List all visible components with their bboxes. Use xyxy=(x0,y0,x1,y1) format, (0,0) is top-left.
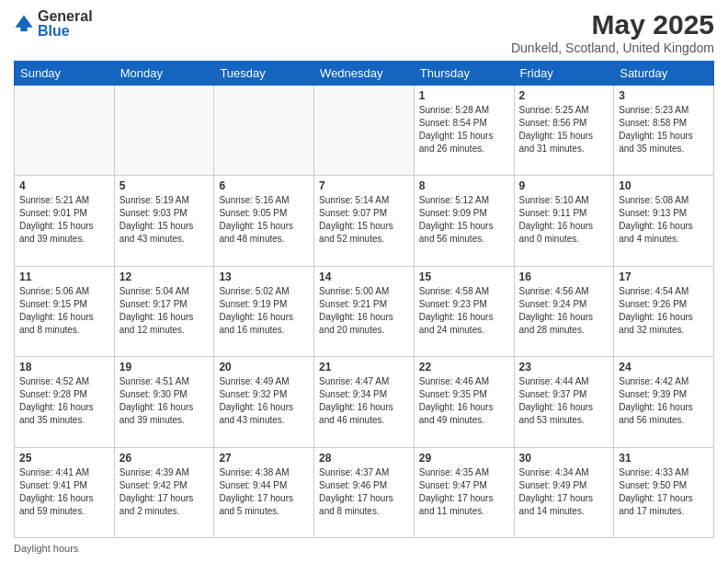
calendar-cell: 21Sunrise: 4:47 AM Sunset: 9:34 PM Dayli… xyxy=(314,357,415,447)
calendar-cell: 29Sunrise: 4:35 AM Sunset: 9:47 PM Dayli… xyxy=(414,447,514,537)
day-number: 19 xyxy=(119,361,210,373)
calendar-cell: 8Sunrise: 5:12 AM Sunset: 9:09 PM Daylig… xyxy=(414,176,514,266)
day-info: Sunrise: 5:14 AM Sunset: 9:07 PM Dayligh… xyxy=(319,194,409,246)
day-info: Sunrise: 4:47 AM Sunset: 9:34 PM Dayligh… xyxy=(319,375,409,427)
calendar-cell: 18Sunrise: 4:52 AM Sunset: 9:28 PM Dayli… xyxy=(15,357,115,447)
day-info: Sunrise: 4:58 AM Sunset: 9:23 PM Dayligh… xyxy=(419,285,509,337)
day-info: Sunrise: 4:38 AM Sunset: 9:44 PM Dayligh… xyxy=(219,466,309,518)
calendar-cell: 2Sunrise: 5:25 AM Sunset: 8:56 PM Daylig… xyxy=(514,86,614,176)
logo-general-text: General xyxy=(38,9,93,24)
svg-rect-1 xyxy=(20,26,27,31)
day-number: 7 xyxy=(319,179,409,192)
calendar-body: 1Sunrise: 5:28 AM Sunset: 8:54 PM Daylig… xyxy=(15,86,714,538)
day-info: Sunrise: 4:39 AM Sunset: 9:42 PM Dayligh… xyxy=(119,466,210,518)
day-number: 26 xyxy=(119,452,210,465)
day-number: 8 xyxy=(419,179,509,192)
col-tuesday: Tuesday xyxy=(214,62,314,86)
day-info: Sunrise: 5:19 AM Sunset: 9:03 PM Dayligh… xyxy=(119,194,210,246)
calendar-cell: 7Sunrise: 5:14 AM Sunset: 9:07 PM Daylig… xyxy=(314,176,415,266)
calendar-cell: 3Sunrise: 5:23 AM Sunset: 8:58 PM Daylig… xyxy=(614,86,714,176)
day-number: 4 xyxy=(19,179,109,192)
calendar-cell: 9Sunrise: 5:10 AM Sunset: 9:11 PM Daylig… xyxy=(514,176,614,266)
day-number: 23 xyxy=(519,361,609,373)
calendar-week-0: 1Sunrise: 5:28 AM Sunset: 8:54 PM Daylig… xyxy=(15,86,714,176)
calendar-cell: 19Sunrise: 4:51 AM Sunset: 9:30 PM Dayli… xyxy=(114,357,214,447)
day-info: Sunrise: 5:12 AM Sunset: 9:09 PM Dayligh… xyxy=(419,194,509,246)
calendar-cell: 10Sunrise: 5:08 AM Sunset: 9:13 PM Dayli… xyxy=(614,176,714,266)
calendar-cell: 11Sunrise: 5:06 AM Sunset: 9:15 PM Dayli… xyxy=(15,266,115,356)
day-info: Sunrise: 4:54 AM Sunset: 9:26 PM Dayligh… xyxy=(619,285,709,337)
day-info: Sunrise: 5:16 AM Sunset: 9:05 PM Dayligh… xyxy=(219,194,309,246)
day-number: 29 xyxy=(419,452,509,465)
day-info: Sunrise: 4:44 AM Sunset: 9:37 PM Dayligh… xyxy=(519,375,609,427)
day-number: 15 xyxy=(419,270,509,283)
day-info: Sunrise: 4:56 AM Sunset: 9:24 PM Dayligh… xyxy=(519,285,609,337)
day-info: Sunrise: 5:10 AM Sunset: 9:11 PM Dayligh… xyxy=(519,194,609,246)
day-info: Sunrise: 4:46 AM Sunset: 9:35 PM Dayligh… xyxy=(419,375,509,427)
day-info: Sunrise: 4:52 AM Sunset: 9:28 PM Dayligh… xyxy=(19,375,109,427)
day-number: 28 xyxy=(319,452,409,465)
day-number: 2 xyxy=(519,89,609,102)
calendar-cell: 28Sunrise: 4:37 AM Sunset: 9:46 PM Dayli… xyxy=(314,447,415,537)
day-number: 20 xyxy=(219,361,309,373)
calendar-cell: 14Sunrise: 5:00 AM Sunset: 9:21 PM Dayli… xyxy=(314,266,415,356)
day-info: Sunrise: 4:35 AM Sunset: 9:47 PM Dayligh… xyxy=(419,466,509,518)
day-info: Sunrise: 5:06 AM Sunset: 9:15 PM Dayligh… xyxy=(19,285,109,337)
calendar-week-3: 18Sunrise: 4:52 AM Sunset: 9:28 PM Dayli… xyxy=(15,357,714,447)
day-info: Sunrise: 4:51 AM Sunset: 9:30 PM Dayligh… xyxy=(119,375,210,427)
day-info: Sunrise: 5:21 AM Sunset: 9:01 PM Dayligh… xyxy=(19,194,109,246)
calendar-cell: 23Sunrise: 4:44 AM Sunset: 9:37 PM Dayli… xyxy=(514,357,614,447)
day-info: Sunrise: 5:08 AM Sunset: 9:13 PM Dayligh… xyxy=(619,194,709,246)
calendar-cell: 13Sunrise: 5:02 AM Sunset: 9:19 PM Dayli… xyxy=(214,266,314,356)
day-info: Sunrise: 5:28 AM Sunset: 8:54 PM Dayligh… xyxy=(419,104,509,155)
calendar-cell xyxy=(314,86,415,176)
day-info: Sunrise: 5:00 AM Sunset: 9:21 PM Dayligh… xyxy=(319,285,409,337)
calendar-week-4: 25Sunrise: 4:41 AM Sunset: 9:41 PM Dayli… xyxy=(15,447,714,537)
col-friday: Friday xyxy=(514,62,614,86)
calendar-cell: 12Sunrise: 5:04 AM Sunset: 9:17 PM Dayli… xyxy=(114,266,214,356)
day-number: 1 xyxy=(419,89,509,102)
day-number: 6 xyxy=(219,179,309,192)
calendar-cell: 24Sunrise: 4:42 AM Sunset: 9:39 PM Dayli… xyxy=(614,357,714,447)
day-info: Sunrise: 4:41 AM Sunset: 9:41 PM Dayligh… xyxy=(19,466,109,518)
day-info: Sunrise: 5:25 AM Sunset: 8:56 PM Dayligh… xyxy=(519,104,609,155)
col-saturday: Saturday xyxy=(614,62,714,86)
day-number: 25 xyxy=(19,452,109,465)
header-row: Sunday Monday Tuesday Wednesday Thursday… xyxy=(15,62,714,86)
day-info: Sunrise: 5:23 AM Sunset: 8:58 PM Dayligh… xyxy=(619,104,709,155)
calendar-cell: 6Sunrise: 5:16 AM Sunset: 9:05 PM Daylig… xyxy=(214,176,314,266)
day-number: 27 xyxy=(219,452,309,465)
main-title: May 2025 xyxy=(511,9,714,40)
day-number: 11 xyxy=(19,270,109,283)
calendar-week-1: 4Sunrise: 5:21 AM Sunset: 9:01 PM Daylig… xyxy=(15,176,714,266)
calendar-cell: 25Sunrise: 4:41 AM Sunset: 9:41 PM Dayli… xyxy=(15,447,115,537)
footer-label: Daylight hours xyxy=(14,543,78,554)
day-number: 16 xyxy=(519,270,609,283)
calendar-table: Sunday Monday Tuesday Wednesday Thursday… xyxy=(14,61,714,538)
day-info: Sunrise: 5:02 AM Sunset: 9:19 PM Dayligh… xyxy=(219,285,309,337)
day-number: 22 xyxy=(419,361,509,373)
day-info: Sunrise: 4:33 AM Sunset: 9:50 PM Dayligh… xyxy=(619,466,709,518)
calendar-cell: 15Sunrise: 4:58 AM Sunset: 9:23 PM Dayli… xyxy=(414,266,514,356)
calendar-header: Sunday Monday Tuesday Wednesday Thursday… xyxy=(15,62,714,86)
day-number: 21 xyxy=(319,361,409,373)
day-number: 14 xyxy=(319,270,409,283)
day-info: Sunrise: 4:34 AM Sunset: 9:49 PM Dayligh… xyxy=(519,466,609,518)
calendar-cell: 27Sunrise: 4:38 AM Sunset: 9:44 PM Dayli… xyxy=(214,447,314,537)
calendar-cell: 16Sunrise: 4:56 AM Sunset: 9:24 PM Dayli… xyxy=(514,266,614,356)
day-number: 31 xyxy=(619,452,709,465)
day-info: Sunrise: 4:49 AM Sunset: 9:32 PM Dayligh… xyxy=(219,375,309,427)
col-wednesday: Wednesday xyxy=(314,62,415,86)
day-number: 13 xyxy=(219,270,309,283)
col-sunday: Sunday xyxy=(15,62,115,86)
calendar-cell xyxy=(214,86,314,176)
calendar-cell: 4Sunrise: 5:21 AM Sunset: 9:01 PM Daylig… xyxy=(15,176,115,266)
header: General Blue May 2025 Dunkeld, Scotland,… xyxy=(14,9,714,55)
day-number: 3 xyxy=(619,89,709,102)
day-number: 9 xyxy=(519,179,609,192)
day-info: Sunrise: 4:42 AM Sunset: 9:39 PM Dayligh… xyxy=(619,375,709,427)
calendar-cell xyxy=(114,86,214,176)
calendar-cell xyxy=(15,86,115,176)
logo-icon xyxy=(14,14,34,34)
col-thursday: Thursday xyxy=(414,62,514,86)
